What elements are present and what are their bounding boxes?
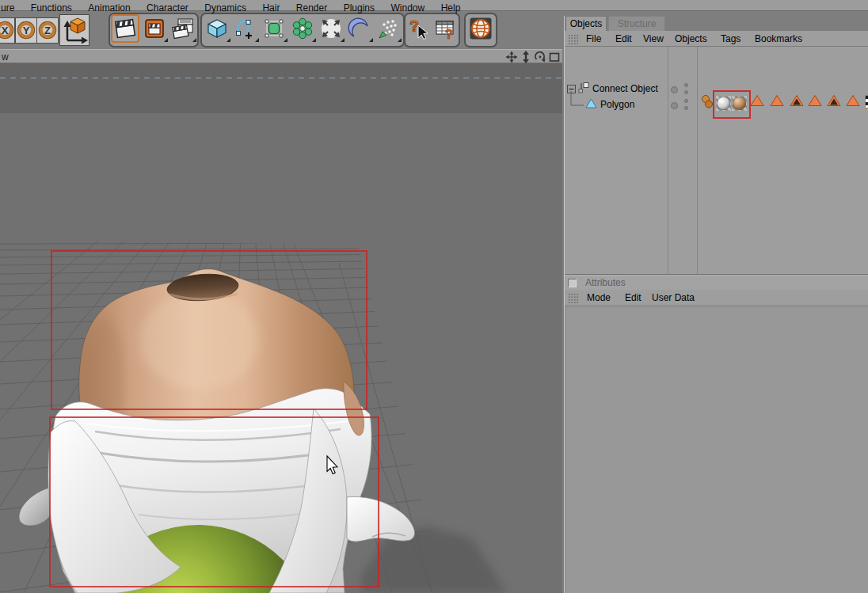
svg-text:X: X [2,25,9,36]
menu-item-plugins[interactable]: Plugins [337,3,381,13]
render-picture-viewer-button[interactable] [169,14,197,43]
viewport-scene [0,63,562,593]
rotate-icon[interactable] [534,51,546,63]
menu-item-structure[interactable]: ure [0,3,21,13]
svg-text:Y: Y [23,25,30,36]
attributes-grip-icon[interactable] [568,293,579,303]
attributes-menu-user-data[interactable]: User Data [652,292,695,303]
editor-visibility-dot-polygon[interactable] [671,102,678,109]
globe-button[interactable] [466,14,495,43]
expand-arrows-button[interactable] [317,14,345,43]
attributes-header: Attributes [565,276,868,290]
metaball-button[interactable] [345,14,374,43]
spline-button[interactable] [231,14,260,43]
expand-arrows-icon [319,17,343,40]
menu-item-animation[interactable]: Animation [82,3,136,13]
render-view-icon [113,17,137,40]
render-settings-button[interactable] [140,14,169,43]
selection-tag-2[interactable] [770,94,784,107]
column-divider-2 [697,47,698,274]
spline-icon [234,17,257,40]
render-visibility-dot-connect-1[interactable] [684,83,688,87]
coordinate-system-icon [60,15,89,45]
chest-highlight [140,291,259,390]
render-visibility-dot-polygon-1[interactable] [684,99,688,103]
hypernurbs-icon [262,17,286,40]
tree-item-polygon[interactable]: Polygon [600,99,634,111]
menu-item-help[interactable]: Help [435,3,467,13]
attributes-menu-edit[interactable]: Edit [625,292,641,303]
column-divider [668,47,668,274]
primitive-cube-icon [205,17,229,40]
menu-item-render[interactable]: Render [290,3,333,13]
globe-icon [469,17,493,40]
menubar: ure Functions Animation Character Dynami… [0,0,868,11]
maximize-icon[interactable] [548,51,561,63]
attributes-menu-mode[interactable]: Mode [587,292,611,303]
x-axis-lock-button[interactable]: X [0,17,15,44]
array-button[interactable] [288,14,317,43]
render-settings-icon [143,17,166,40]
panel-grip-icon[interactable] [568,34,579,44]
right-panel: Objects Structure File Edit View Objects… [564,16,868,593]
metaball-icon [348,17,371,40]
menu-item-functions[interactable]: Functions [25,3,78,13]
svg-text:?: ? [445,28,453,40]
objects-menu-file[interactable]: File [586,33,601,44]
viewport-canvas[interactable] [0,63,562,593]
menu-item-window[interactable]: Window [384,3,431,13]
menu-item-hair[interactable]: Hair [256,3,286,13]
objects-menu-objects[interactable]: Objects [675,33,707,44]
selection-tag-3[interactable] [790,94,804,107]
phong-tag-icon[interactable] [701,94,714,108]
texture-tag-white-material[interactable] [716,96,731,111]
selection-tag-6[interactable] [846,94,860,107]
render-visibility-dot-polygon-2[interactable] [684,106,688,110]
render-picture-viewer-icon [171,17,195,40]
attributes-lock-checkbox[interactable] [568,279,577,287]
panel-tabs-row: Objects Structure [565,16,868,31]
hypernurbs-button[interactable] [260,14,288,43]
texture-tag-tan-material[interactable] [732,96,747,111]
array-icon [291,17,314,40]
attributes-title: Attributes [585,277,626,288]
tab-structure[interactable]: Structure [608,16,665,31]
y-axis-lock-icon: Y [16,18,36,43]
objects-menu-view[interactable]: View [643,33,664,44]
render-view-button[interactable] [111,14,139,43]
particles-button[interactable] [374,14,402,43]
particles-icon [376,17,400,40]
menu-item-character[interactable]: Character [140,3,195,13]
command-help-button[interactable]: ? [432,14,459,43]
coordinate-system-button[interactable] [59,14,89,46]
tree-item-connect-object[interactable]: Connect Object [592,83,658,95]
objects-panel-menubar: File Edit View Objects Tags Bookmarks [565,31,868,47]
viewport-header[interactable]: w [0,49,562,63]
attributes-menubar: Mode Edit User Data [565,290,868,306]
tab-objects[interactable]: Objects [565,16,607,31]
objects-menu-tags[interactable]: Tags [721,33,740,44]
tree-elbow-line [568,91,585,108]
pan-icon[interactable] [505,51,518,63]
render-visibility-dot-connect-2[interactable] [684,90,688,94]
context-help-icon: ? [407,17,431,40]
z-axis-lock-button[interactable]: Z [36,17,59,44]
objects-menu-edit[interactable]: Edit [615,33,632,44]
viewport-sky [0,63,562,113]
editor-visibility-dot-connect[interactable] [671,86,678,93]
objects-menu-bookmarks[interactable]: Bookmarks [755,33,802,44]
selection-tag-1[interactable] [750,94,764,107]
selection-tag-4[interactable] [808,94,822,107]
uvw-tag-icon[interactable] [865,95,868,108]
x-axis-lock-icon: X [0,18,14,43]
attributes-content-empty [565,306,868,593]
svg-text:?: ? [409,17,419,35]
y-axis-lock-button[interactable]: Y [15,17,37,44]
command-help-icon: ? [434,17,458,40]
menu-item-dynamics[interactable]: Dynamics [198,3,253,13]
svg-text:Z: Z [44,25,51,36]
selection-tag-5[interactable] [827,94,841,107]
primitive-cube-button[interactable] [203,14,231,43]
context-help-button[interactable]: ? [405,14,432,43]
dolly-icon[interactable] [520,51,532,63]
